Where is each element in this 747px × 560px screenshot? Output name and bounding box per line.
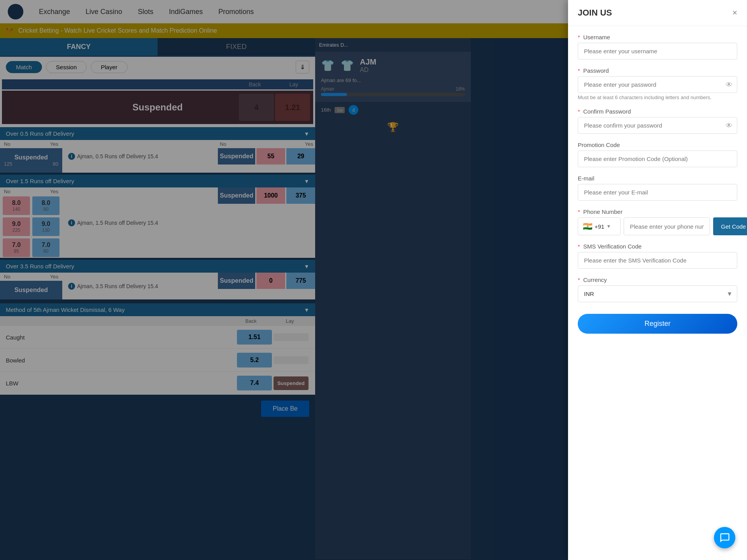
password-required-star: *: [578, 67, 580, 74]
password-field-group: * Password 👁 Must be at least 6 characte…: [578, 67, 737, 100]
get-code-button[interactable]: Get Code: [713, 217, 747, 235]
phone-label: * Phone Number: [578, 208, 737, 215]
confirm-password-label: * Confirm Password: [578, 108, 737, 115]
username-required-star: *: [578, 34, 580, 40]
currency-select[interactable]: INR USD EUR: [578, 285, 737, 302]
username-label: * Username: [578, 34, 737, 40]
sms-code-input[interactable]: [578, 252, 737, 269]
modal-header: JOIN US ×: [568, 0, 747, 26]
phone-country-code: +91: [594, 223, 604, 230]
currency-select-wrapper: INR USD EUR ▼: [578, 285, 737, 302]
sms-required-star: *: [578, 243, 580, 250]
promotion-code-label: Promotion Code: [578, 142, 737, 148]
phone-row: 🇮🇳 +91 ▼ Get Code: [578, 217, 737, 235]
username-field-group: * Username: [578, 34, 737, 60]
modal-body: * Username * Password 👁 Must be at least…: [568, 26, 747, 341]
sms-code-label: * SMS Verification Code: [578, 243, 737, 250]
sms-code-field-group: * SMS Verification Code: [578, 243, 737, 269]
password-label: * Password: [578, 67, 737, 74]
promotion-code-field-group: Promotion Code: [578, 142, 737, 167]
email-label: E-mail: [578, 175, 737, 182]
promotion-code-input[interactable]: [578, 150, 737, 167]
modal-title: JOIN US: [578, 8, 612, 18]
password-input-wrapper: 👁: [578, 76, 737, 93]
chat-button[interactable]: [714, 527, 735, 548]
confirm-password-input-wrapper: 👁: [578, 117, 737, 134]
email-input[interactable]: [578, 184, 737, 201]
phone-number-input[interactable]: [624, 217, 710, 235]
phone-country-chevron-icon: ▼: [606, 224, 611, 229]
currency-required-star: *: [578, 276, 580, 283]
password-input[interactable]: [578, 76, 737, 93]
register-button[interactable]: Register: [578, 314, 737, 334]
confirm-password-field-group: * Confirm Password 👁: [578, 108, 737, 134]
currency-field-group: * Currency INR USD EUR ▼: [578, 276, 737, 302]
username-input[interactable]: [578, 43, 737, 60]
join-modal: JOIN US × * Username * Password 👁 Must b…: [568, 0, 747, 560]
currency-label: * Currency: [578, 276, 737, 283]
chat-icon: [719, 532, 730, 543]
password-toggle-visibility-icon[interactable]: 👁: [726, 80, 733, 89]
confirm-password-input[interactable]: [578, 117, 737, 134]
email-field-group: E-mail: [578, 175, 737, 201]
phone-required-star: *: [578, 208, 580, 215]
phone-country-selector[interactable]: 🇮🇳 +91 ▼: [578, 217, 621, 235]
confirm-password-toggle-visibility-icon[interactable]: 👁: [726, 121, 733, 130]
password-hint: Must be at least 6 characters including …: [578, 94, 737, 100]
phone-flag: 🇮🇳: [583, 222, 593, 231]
confirm-password-required-star: *: [578, 108, 580, 115]
phone-field-group: * Phone Number 🇮🇳 +91 ▼ Get Code: [578, 208, 737, 235]
modal-close-button[interactable]: ×: [732, 8, 737, 18]
